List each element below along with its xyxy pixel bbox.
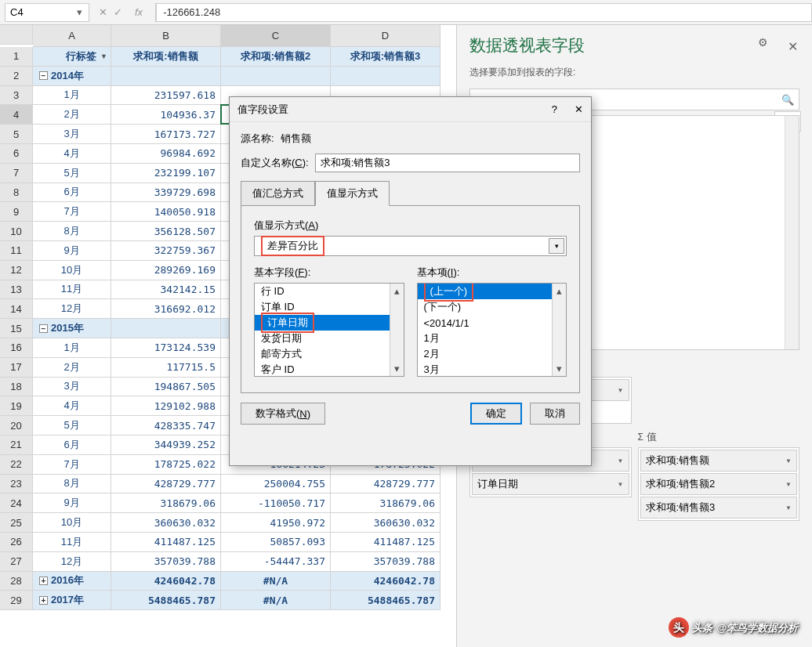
show-as-dropdown[interactable]: 差异百分比 ▾ bbox=[254, 236, 567, 256]
row-header-10[interactable]: 10 bbox=[0, 222, 33, 241]
base-item-option[interactable]: 3月 bbox=[418, 362, 567, 377]
row-header-23[interactable]: 23 bbox=[0, 475, 33, 494]
cell[interactable]: 178725.022 bbox=[111, 455, 221, 475]
name-box-dropdown-icon[interactable]: ▾ bbox=[74, 6, 84, 18]
row-header-28[interactable]: 28 bbox=[0, 572, 33, 591]
cell[interactable]: 316692.012 bbox=[111, 299, 221, 319]
base-item-option[interactable]: (上一个) bbox=[418, 284, 567, 299]
confirm-formula-icon[interactable]: ✓ bbox=[114, 6, 122, 18]
cell[interactable]: 322759.367 bbox=[111, 241, 221, 261]
cell[interactable]: 232199.107 bbox=[111, 164, 221, 183]
cancel-formula-icon[interactable]: ✕ bbox=[99, 6, 107, 18]
row-header-19[interactable]: 19 bbox=[0, 396, 33, 416]
cell[interactable]: 194867.505 bbox=[111, 378, 221, 397]
base-item-option[interactable]: (下一个) bbox=[418, 299, 567, 315]
base-item-option[interactable]: 1月 bbox=[418, 331, 567, 346]
cell[interactable]: 50857.093 bbox=[221, 533, 331, 552]
scrollbar[interactable]: ▴▾ bbox=[390, 284, 404, 376]
row-header-4[interactable]: 4 bbox=[0, 105, 33, 125]
row-header-18[interactable]: 18 bbox=[0, 378, 33, 397]
cell[interactable]: 344939.252 bbox=[111, 436, 221, 455]
scrollbar[interactable]: ▴▾ bbox=[552, 284, 566, 376]
cell[interactable]: 356128.507 bbox=[111, 222, 221, 241]
row-header-24[interactable]: 24 bbox=[0, 493, 33, 513]
dialog-close-icon[interactable]: ✕ bbox=[575, 103, 583, 115]
area-row-item[interactable]: 订单日期 bbox=[472, 473, 629, 495]
row-header-12[interactable]: 12 bbox=[0, 261, 33, 280]
base-field-option[interactable]: 邮寄方式 bbox=[255, 346, 404, 362]
cell[interactable]: 428729.777 bbox=[331, 475, 440, 494]
select-all-corner[interactable] bbox=[0, 25, 33, 45]
cell[interactable]: 411487.125 bbox=[331, 533, 440, 552]
cell[interactable]: 167173.727 bbox=[111, 125, 221, 144]
base-field-option[interactable]: 发货日期 bbox=[255, 331, 404, 346]
row-header-17[interactable]: 17 bbox=[0, 358, 33, 378]
base-field-listbox[interactable]: 行 ID订单 ID订单日期发货日期邮寄方式客户 ID▴▾ bbox=[254, 283, 404, 377]
column-header-B[interactable]: B bbox=[111, 25, 221, 47]
column-header-A[interactable]: A bbox=[33, 25, 111, 47]
cell[interactable]: 129102.988 bbox=[111, 396, 221, 416]
custom-name-input[interactable]: 求和项:销售额3 bbox=[315, 154, 580, 172]
cell[interactable]: 104936.37 bbox=[111, 105, 221, 125]
row-header-5[interactable]: 5 bbox=[0, 125, 33, 144]
ok-button[interactable]: 确定 bbox=[470, 403, 522, 425]
row-header-8[interactable]: 8 bbox=[0, 183, 33, 203]
row-header-2[interactable]: 2 bbox=[0, 67, 33, 86]
base-field-option[interactable]: 客户 ID bbox=[255, 362, 404, 377]
name-box[interactable]: C4 ▾ bbox=[5, 3, 89, 22]
row-header-21[interactable]: 21 bbox=[0, 436, 33, 455]
cell[interactable]: 357039.788 bbox=[331, 552, 440, 572]
column-header-C[interactable]: C bbox=[221, 25, 331, 47]
cell[interactable]: 357039.788 bbox=[111, 552, 221, 572]
base-item-listbox[interactable]: (上一个)(下一个)<2014/1/11月2月3月▴▾ bbox=[417, 283, 567, 377]
row-header-9[interactable]: 9 bbox=[0, 202, 33, 222]
cell[interactable]: 289269.169 bbox=[111, 261, 221, 280]
row-header-15[interactable]: 15 bbox=[0, 319, 33, 338]
row-header-27[interactable]: 27 bbox=[0, 552, 33, 572]
cell[interactable]: -54447.337 bbox=[221, 552, 331, 572]
row-header-26[interactable]: 26 bbox=[0, 533, 33, 552]
expand-icon[interactable]: + bbox=[39, 596, 48, 605]
row-header-7[interactable]: 7 bbox=[0, 164, 33, 183]
row-header-25[interactable]: 25 bbox=[0, 513, 33, 533]
row-header-6[interactable]: 6 bbox=[0, 144, 33, 164]
row-header-29[interactable]: 29 bbox=[0, 591, 33, 610]
tab-summarize[interactable]: 值汇总方式 bbox=[241, 181, 315, 206]
cell[interactable]: 96984.692 bbox=[111, 144, 221, 164]
cell[interactable]: 360630.032 bbox=[111, 513, 221, 533]
field-pane-gear-icon[interactable]: ⚙ bbox=[758, 36, 768, 49]
row-header-22[interactable]: 22 bbox=[0, 455, 33, 475]
dropdown-icon[interactable]: ▾ bbox=[549, 238, 564, 254]
scrollbar[interactable] bbox=[785, 116, 799, 349]
cell[interactable]: 250004.755 bbox=[221, 475, 331, 494]
cell[interactable]: 231597.618 bbox=[111, 86, 221, 106]
cell[interactable]: 173124.539 bbox=[111, 338, 221, 358]
row-header-1[interactable]: 1 bbox=[0, 47, 33, 67]
cell[interactable]: 360630.032 bbox=[331, 513, 440, 533]
pivot-row-label-header[interactable]: 行标签 bbox=[33, 47, 111, 67]
row-header-20[interactable]: 20 bbox=[0, 416, 33, 436]
cell[interactable]: 342142.15 bbox=[111, 280, 221, 300]
row-header-13[interactable]: 13 bbox=[0, 280, 33, 300]
base-field-option[interactable]: 订单日期 bbox=[255, 315, 404, 331]
area-value-item[interactable]: 求和项:销售额 bbox=[640, 450, 798, 472]
cell[interactable]: 318679.06 bbox=[111, 493, 221, 513]
formula-input[interactable]: -126661.248 bbox=[156, 3, 812, 22]
cell[interactable]: 117715.5 bbox=[111, 358, 221, 378]
expand-icon[interactable]: + bbox=[39, 577, 48, 585]
cell[interactable]: 41950.972 bbox=[221, 513, 331, 533]
pivot-year-2016年[interactable]: +2016年 bbox=[33, 572, 111, 591]
field-pane-close-icon[interactable]: ✕ bbox=[788, 39, 798, 54]
cell[interactable]: 339729.698 bbox=[111, 183, 221, 203]
cell[interactable]: 140050.918 bbox=[111, 202, 221, 222]
area-values[interactable]: 求和项:销售额求和项:销售额2求和项:销售额3 bbox=[638, 447, 800, 521]
pivot-year-2017年[interactable]: +2017年 bbox=[33, 591, 111, 610]
column-header-D[interactable]: D bbox=[331, 25, 440, 47]
pivot-year-2015年[interactable]: −2015年 bbox=[33, 319, 111, 338]
expand-icon[interactable]: − bbox=[39, 71, 48, 80]
row-header-16[interactable]: 16 bbox=[0, 338, 33, 358]
base-item-option[interactable]: <2014/1/1 bbox=[418, 315, 567, 331]
cell[interactable]: 428729.777 bbox=[111, 475, 221, 494]
row-header-3[interactable]: 3 bbox=[0, 86, 33, 106]
base-item-option[interactable]: 2月 bbox=[418, 346, 567, 362]
